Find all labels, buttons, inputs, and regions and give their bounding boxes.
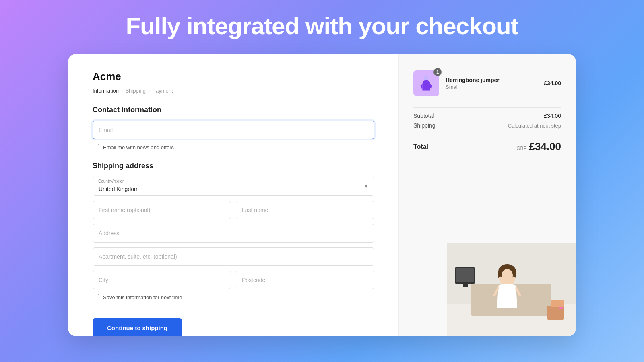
order-summary-panel: 1 Herringbone jumper Small £34.00 Subtot… bbox=[398, 54, 576, 336]
city-postcode-row bbox=[93, 271, 374, 294]
city-field[interactable] bbox=[93, 271, 231, 289]
checkout-panel: Acme Information › Shipping › Payment Co… bbox=[68, 54, 576, 336]
store-name: Acme bbox=[93, 70, 374, 83]
country-select-wrapper: Country/region United Kingdom United Sta… bbox=[93, 177, 374, 196]
checkout-left-panel: Acme Information › Shipping › Payment Co… bbox=[68, 54, 398, 336]
product-info: Herringbone jumper Small bbox=[446, 77, 537, 90]
last-name-field[interactable] bbox=[236, 201, 374, 219]
apartment-field[interactable] bbox=[93, 247, 374, 266]
shipping-value: Calculated at next step bbox=[508, 123, 561, 129]
newsletter-label: Email me with news and offers bbox=[103, 144, 174, 150]
svg-rect-8 bbox=[551, 300, 564, 307]
address-field[interactable] bbox=[93, 224, 374, 243]
breadcrumb-sep-2: › bbox=[148, 88, 150, 94]
save-info-checkbox[interactable] bbox=[93, 294, 99, 300]
svg-rect-10 bbox=[456, 268, 474, 282]
shipping-row: Shipping Calculated at next step bbox=[413, 122, 561, 129]
video-preview-inner bbox=[447, 243, 576, 336]
shipping-label: Shipping bbox=[413, 122, 436, 129]
name-row bbox=[93, 201, 374, 224]
newsletter-checkbox[interactable] bbox=[93, 144, 99, 150]
product-quantity-badge: 1 bbox=[433, 68, 442, 76]
svg-point-0 bbox=[424, 76, 428, 81]
breadcrumb-step-payment[interactable]: Payment bbox=[152, 88, 173, 94]
product-row: 1 Herringbone jumper Small £34.00 bbox=[413, 70, 561, 96]
page-headline: Fully integrated with your checkout bbox=[126, 12, 518, 40]
video-preview bbox=[447, 243, 576, 336]
contact-section-title: Contact information bbox=[93, 106, 374, 114]
svg-point-6 bbox=[502, 269, 513, 282]
subtotal-label: Subtotal bbox=[413, 113, 434, 119]
shipping-section-title: Shipping address bbox=[93, 162, 374, 170]
country-select[interactable]: United Kingdom United States Canada Aust… bbox=[93, 177, 374, 196]
total-label: Total bbox=[413, 143, 428, 150]
newsletter-row: Email me with news and offers bbox=[93, 144, 374, 150]
breadcrumb-sep-1: › bbox=[121, 88, 123, 94]
product-image-wrapper: 1 bbox=[413, 70, 439, 96]
divider-2 bbox=[413, 134, 561, 134]
svg-rect-11 bbox=[463, 284, 468, 287]
breadcrumb-step-shipping[interactable]: Shipping bbox=[125, 88, 146, 94]
save-info-row: Save this information for next time bbox=[93, 294, 374, 300]
total-currency: GBP bbox=[516, 146, 526, 151]
total-value: GBP £34.00 bbox=[516, 140, 561, 153]
breadcrumb-step-information[interactable]: Information bbox=[93, 88, 119, 94]
product-name: Herringbone jumper bbox=[446, 77, 537, 83]
total-amount: £34.00 bbox=[529, 140, 561, 153]
product-price: £34.00 bbox=[544, 80, 561, 86]
svg-rect-12 bbox=[559, 307, 563, 309]
email-field[interactable] bbox=[93, 121, 374, 139]
total-row: Total GBP £34.00 bbox=[413, 140, 561, 153]
country-label: Country/region bbox=[98, 179, 125, 183]
subtotal-value: £34.00 bbox=[544, 113, 561, 119]
subtotal-row: Subtotal £34.00 bbox=[413, 113, 561, 119]
save-info-label: Save this information for next time bbox=[103, 294, 182, 300]
product-variant: Small bbox=[446, 84, 537, 90]
postcode-field[interactable] bbox=[236, 271, 374, 289]
divider-1 bbox=[413, 107, 561, 108]
breadcrumb: Information › Shipping › Payment bbox=[93, 88, 374, 94]
continue-to-shipping-button[interactable]: Continue to shipping bbox=[93, 318, 182, 336]
first-name-field[interactable] bbox=[93, 201, 231, 219]
